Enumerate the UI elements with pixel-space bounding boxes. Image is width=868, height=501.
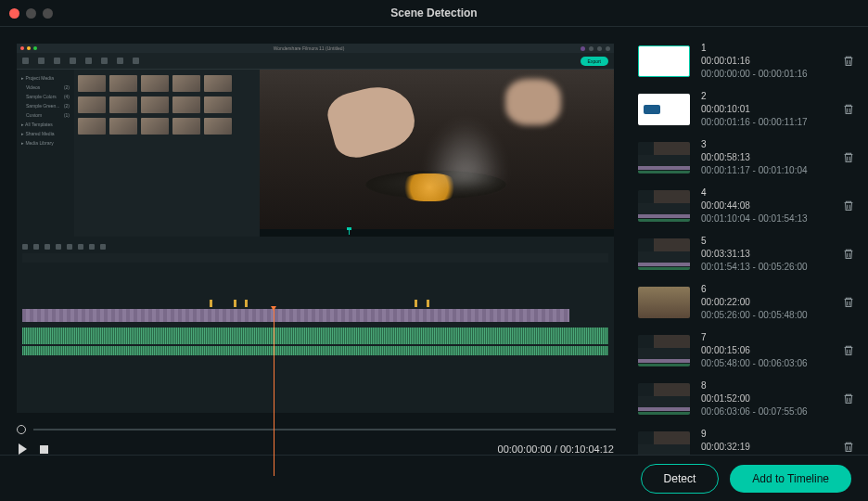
scene-info: 8 00:01:52:00 00:06:03:06 - 00:07:55:06 [701, 379, 831, 418]
scene-range: 00:00:01:16 - 00:00:11:17 [701, 116, 831, 129]
scene-item[interactable]: 1 00:00:01:16 00:00:00:00 - 00:00:01:16 [638, 42, 855, 81]
scene-duration: 00:00:10:01 [701, 103, 831, 116]
scene-item[interactable]: 7 00:00:15:06 00:05:48:00 - 00:06:03:06 [638, 331, 855, 370]
scene-range: 00:05:26:00 - 00:05:48:00 [701, 309, 831, 322]
scene-duration: 00:03:31:13 [701, 248, 831, 261]
scene-thumbnail[interactable] [638, 190, 690, 222]
scene-duration: 00:00:01:16 [701, 55, 831, 68]
scene-info: 2 00:00:10:01 00:00:01:16 - 00:00:11:17 [701, 90, 831, 129]
scene-info: 5 00:03:31:13 00:01:54:13 - 00:05:26:00 [701, 235, 831, 274]
scene-thumbnail[interactable] [638, 383, 690, 415]
scene-info: 6 00:00:22:00 00:05:26:00 - 00:05:48:00 [701, 283, 831, 322]
scene-number: 6 [701, 283, 831, 296]
scene-range: 00:07:55:06 - 00:08:28:00 [701, 454, 831, 455]
scene-number: 2 [701, 90, 831, 103]
preview-panel: Wondershare Filmora 11 (Untitled) [0, 27, 627, 455]
mini-media-grid [74, 70, 260, 237]
window-title: Scene Detection [390, 6, 477, 19]
stop-button[interactable] [40, 445, 48, 454]
scene-number: 1 [701, 42, 831, 55]
scene-item[interactable]: 3 00:00:58:13 00:00:11:17 - 00:01:10:04 [638, 138, 855, 177]
scene-number: 7 [701, 331, 831, 344]
scene-item[interactable]: 5 00:03:31:13 00:01:54:13 - 00:05:26:00 [638, 235, 855, 274]
preview-content: Wondershare Filmora 11 (Untitled) [17, 44, 614, 412]
main-area: Wondershare Filmora 11 (Untitled) [0, 26, 868, 455]
delete-scene-button[interactable] [842, 441, 855, 454]
scene-item[interactable]: 6 00:00:22:00 00:05:26:00 - 00:05:48:00 [638, 283, 855, 322]
scene-thumbnail[interactable] [638, 142, 690, 173]
scene-duration: 00:00:58:13 [701, 151, 831, 164]
traffic-lights [9, 8, 53, 19]
delete-scene-button[interactable] [842, 392, 855, 405]
scene-number: 8 [701, 379, 831, 392]
scene-list[interactable]: 1 00:00:01:16 00:00:00:00 - 00:00:01:16 … [627, 27, 868, 455]
close-window-button[interactable] [9, 8, 19, 19]
scene-item[interactable]: 9 00:00:32:19 00:07:55:06 - 00:08:28:00 [638, 428, 855, 455]
scene-info: 7 00:00:15:06 00:05:48:00 - 00:06:03:06 [701, 331, 831, 370]
scene-number: 5 [701, 235, 831, 248]
mini-preview-video [260, 70, 614, 237]
scene-number: 4 [701, 186, 831, 199]
scene-number: 3 [701, 138, 831, 151]
mini-sidebar: ▸ Project Media Videos(2) Sample Colors(… [17, 70, 74, 237]
scene-range: 00:00:00:00 - 00:00:01:16 [701, 68, 831, 81]
scrubber-handle[interactable] [17, 425, 26, 434]
delete-scene-button[interactable] [842, 55, 855, 68]
minimize-window-button[interactable] [26, 8, 36, 19]
scene-item[interactable]: 4 00:00:44:08 00:01:10:04 - 00:01:54:13 [638, 186, 855, 225]
delete-scene-button[interactable] [842, 199, 855, 212]
scene-thumbnail[interactable] [638, 287, 690, 318]
scene-thumbnail[interactable] [638, 431, 690, 455]
scene-number: 9 [701, 428, 831, 441]
scene-thumbnail[interactable] [638, 238, 690, 270]
detect-button[interactable]: Detect [641, 464, 720, 494]
playback-controls-row: 00:00:00:00 / 00:10:04:12 [17, 443, 616, 455]
scrubber[interactable] [17, 425, 616, 434]
preview-frame: Wondershare Filmora 11 (Untitled) [17, 44, 614, 412]
scene-range: 00:01:54:13 - 00:05:26:00 [701, 261, 831, 274]
scrubber-track[interactable] [33, 429, 616, 430]
scene-info: 9 00:00:32:19 00:07:55:06 - 00:08:28:00 [701, 428, 831, 455]
mini-timeline [17, 237, 614, 413]
scene-duration: 00:01:52:00 [701, 392, 831, 405]
delete-scene-button[interactable] [842, 296, 855, 309]
scene-duration: 00:00:22:00 [701, 296, 831, 309]
maximize-window-button[interactable] [43, 8, 53, 19]
scene-thumbnail[interactable] [638, 45, 690, 77]
delete-scene-button[interactable] [842, 151, 855, 164]
timecode: 00:00:00:00 / 00:10:04:12 [498, 443, 614, 455]
titlebar: Scene Detection [0, 0, 868, 26]
mini-titlebar: Wondershare Filmora 11 (Untitled) [17, 44, 614, 53]
scene-info: 4 00:00:44:08 00:01:10:04 - 00:01:54:13 [701, 186, 831, 225]
scene-info: 1 00:00:01:16 00:00:00:00 - 00:00:01:16 [701, 42, 831, 81]
scene-info: 3 00:00:58:13 00:00:11:17 - 00:01:10:04 [701, 138, 831, 177]
play-button[interactable] [19, 443, 27, 455]
mini-tabs: Export [17, 53, 614, 70]
scene-item[interactable]: 2 00:00:10:01 00:00:01:16 - 00:00:11:17 [638, 90, 855, 129]
scene-thumbnail[interactable] [638, 94, 690, 125]
scene-item[interactable]: 8 00:01:52:00 00:06:03:06 - 00:07:55:06 [638, 379, 855, 418]
scene-duration: 00:00:44:08 [701, 199, 831, 212]
scene-range: 00:06:03:06 - 00:07:55:06 [701, 405, 831, 418]
scene-thumbnail[interactable] [638, 335, 690, 366]
scene-duration: 00:00:15:06 [701, 344, 831, 357]
footer: Detect Add to Timeline [0, 455, 868, 501]
scene-duration: 00:00:32:19 [701, 441, 831, 454]
scene-range: 00:00:11:17 - 00:01:10:04 [701, 164, 831, 177]
delete-scene-button[interactable] [842, 248, 855, 261]
delete-scene-button[interactable] [842, 103, 855, 116]
scene-range: 00:05:48:00 - 00:06:03:06 [701, 357, 831, 370]
delete-scene-button[interactable] [842, 344, 855, 357]
scene-range: 00:01:10:04 - 00:01:54:13 [701, 212, 831, 225]
add-to-timeline-button[interactable]: Add to Timeline [730, 465, 851, 493]
